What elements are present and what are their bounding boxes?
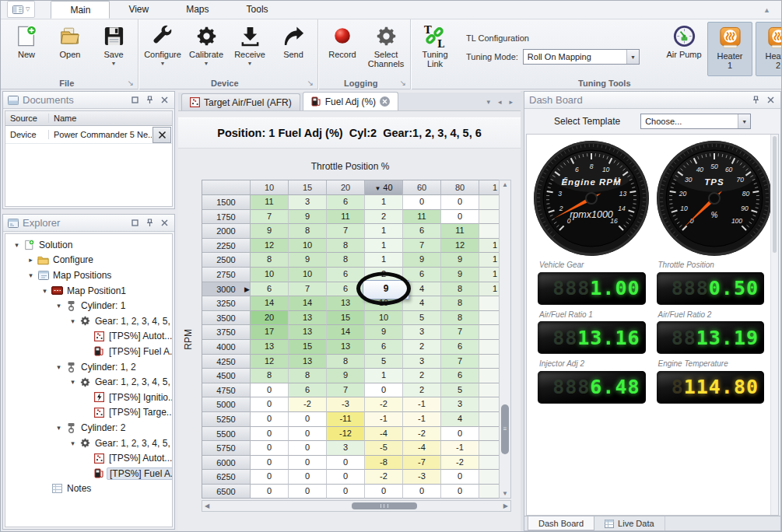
table-cell[interactable]: 14	[289, 296, 327, 311]
pin-icon[interactable]	[144, 96, 155, 104]
row-header[interactable]: 4250	[202, 355, 251, 369]
ribbon-tab-tools[interactable]: Tools	[228, 1, 287, 19]
dash-tab-dash-board[interactable]: Dash Board	[528, 516, 594, 530]
table-cell[interactable]: -2	[365, 470, 403, 485]
tree-item[interactable]: ▾ Gear: 1, 2, 3, 4, 5, 6	[5, 313, 172, 329]
dash-tab-live-data[interactable]: Live Data	[594, 516, 665, 530]
table-cell[interactable]: 8	[327, 239, 365, 254]
table-cell[interactable]: 0	[403, 485, 441, 499]
table-cell-clipped[interactable]	[479, 485, 500, 499]
tree-expanded-icon[interactable]: ▾	[12, 241, 22, 249]
table-cell[interactable]: 9	[327, 369, 365, 383]
table-cell-clipped[interactable]	[479, 441, 500, 456]
open-button[interactable]: Open	[48, 21, 92, 77]
table-cell[interactable]: -4	[403, 441, 441, 456]
table-cell[interactable]: 0	[289, 485, 327, 499]
scroll-up-icon[interactable]: ▲	[500, 181, 510, 188]
table-cell[interactable]: 0	[251, 470, 289, 485]
table-cell[interactable]: 14	[327, 325, 365, 340]
tree-collapsed-icon[interactable]: ▸	[26, 256, 36, 264]
tab-prev-icon[interactable]: ◂	[498, 98, 502, 106]
table-cell[interactable]: 2	[403, 340, 441, 355]
table-cell-clipped[interactable]	[479, 427, 500, 442]
table-cell[interactable]: 0	[289, 441, 327, 456]
table-cell[interactable]: 11	[403, 210, 441, 225]
table-cell[interactable]: -5	[365, 441, 403, 456]
row-header-selected[interactable]: 3000▶	[202, 282, 251, 297]
tree-item[interactable]: ▾ Gear: 1, 2, 3, 4, 5, 6	[5, 374, 172, 390]
table-cell[interactable]: 1	[365, 224, 403, 239]
tree-item[interactable]: ▸ Configure	[5, 253, 172, 268]
table-cell[interactable]: 9	[251, 224, 289, 239]
tuning-link-button[interactable]: TLTuning Link	[413, 21, 457, 77]
table-cell[interactable]: -8	[365, 456, 403, 471]
table-cell[interactable]: 0	[289, 412, 327, 427]
tree-item[interactable]: ▾ Map Position1	[5, 283, 172, 299]
table-cell[interactable]: 3	[441, 397, 479, 412]
row-header[interactable]: 2500	[202, 253, 251, 268]
chevron-down-icon[interactable]: ▼	[738, 114, 750, 128]
editor-tab[interactable]: Target Air/Fuel (AFR)	[181, 93, 300, 110]
table-cell[interactable]: 10	[365, 311, 403, 326]
row-header[interactable]: 4000	[202, 340, 251, 355]
table-cell[interactable]: 8	[251, 253, 289, 268]
table-cell[interactable]: 0	[441, 195, 479, 210]
table-cell[interactable]: 4	[441, 412, 479, 427]
chevron-down-icon[interactable]: ▼	[626, 50, 639, 64]
table-cell[interactable]: 9	[403, 253, 441, 268]
receive-button[interactable]: Receive▼	[228, 21, 272, 77]
row-header[interactable]: 3250	[202, 296, 251, 311]
scroll-left-icon[interactable]: ◀	[205, 502, 209, 509]
close-icon[interactable]	[159, 219, 170, 226]
table-cell-clipped[interactable]	[479, 369, 500, 383]
document-row[interactable]: Device Power Commander 5 Ne...	[5, 126, 172, 144]
table-cell[interactable]: -4	[365, 427, 403, 442]
table-cell[interactable]: 13	[327, 340, 365, 355]
table-cell[interactable]: -2	[403, 427, 441, 442]
ribbon-tab-main[interactable]: Main	[51, 1, 110, 19]
table-cell[interactable]: 7	[327, 383, 365, 398]
table-cell[interactable]: 13	[289, 355, 327, 369]
table-cell[interactable]: 0	[327, 456, 365, 471]
dialog-launcher-icon[interactable]: ↘	[400, 79, 406, 87]
column-header[interactable]: 80	[441, 180, 479, 195]
row-header[interactable]: 1750	[202, 210, 251, 225]
close-icon[interactable]	[159, 96, 170, 103]
table-cell[interactable]: 7	[289, 282, 327, 297]
row-header[interactable]: 3750	[202, 325, 251, 340]
table-cell[interactable]: 8	[327, 253, 365, 268]
table-cell[interactable]: 6	[327, 195, 365, 210]
row-header[interactable]: 4750	[202, 383, 251, 398]
table-cell[interactable]: 3	[327, 441, 365, 456]
table-cell-clipped[interactable]	[479, 383, 500, 398]
table-cell-clipped[interactable]	[479, 456, 500, 471]
air-pump-button[interactable]: Air Pump	[662, 21, 706, 77]
table-cell[interactable]: 6	[441, 340, 479, 355]
table-cell[interactable]: -1	[441, 441, 479, 456]
tree-item[interactable]: [TPS%] Autot...	[5, 450, 172, 466]
table-cell[interactable]: -1	[403, 397, 441, 412]
table-cell[interactable]: 0	[251, 397, 289, 412]
table-cell[interactable]: 0	[441, 427, 479, 442]
column-header[interactable]: 15	[289, 180, 327, 195]
dialog-launcher-icon[interactable]: ↘	[128, 79, 134, 87]
table-cell-clipped[interactable]	[479, 195, 500, 210]
tree-expanded-icon[interactable]: ▾	[54, 363, 64, 371]
tree-expanded-icon[interactable]: ▾	[68, 439, 78, 447]
table-cell[interactable]: 2	[403, 369, 441, 383]
record-button[interactable]: Record	[321, 21, 364, 77]
table-cell[interactable]: 11	[327, 210, 365, 225]
table-cell-clipped[interactable]	[479, 311, 500, 326]
table-cell[interactable]: 8	[289, 224, 327, 239]
table-cell[interactable]: 13	[289, 325, 327, 340]
dashboard-scrollbar[interactable]	[770, 135, 778, 515]
table-cell[interactable]: 8	[327, 355, 365, 369]
table-cell[interactable]: 12	[251, 355, 289, 369]
table-cell-clipped[interactable]: 1	[479, 253, 500, 268]
table-cell[interactable]: 0	[441, 470, 479, 485]
table-cell[interactable]: -3	[327, 397, 365, 412]
close-document-button[interactable]	[153, 127, 171, 143]
table-cell-clipped[interactable]	[479, 397, 500, 412]
table-cell[interactable]: 0	[251, 485, 289, 499]
table-cell[interactable]: 6	[327, 282, 365, 297]
